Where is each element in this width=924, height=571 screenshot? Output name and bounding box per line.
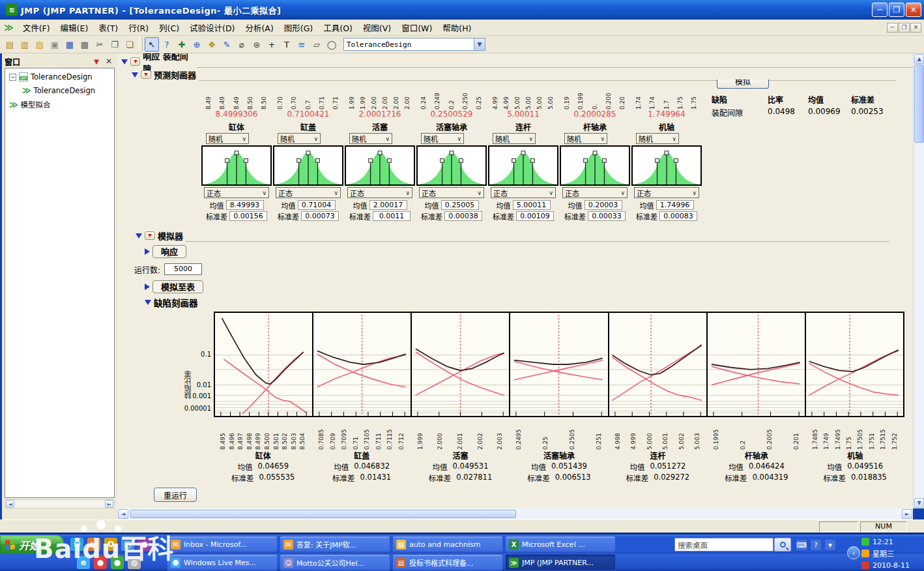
distribution-dropdown[interactable]: 正态∨	[276, 187, 341, 198]
distribution-dropdown[interactable]: 正态∨	[347, 187, 412, 198]
scroll-up-icon[interactable]: ▲	[914, 54, 924, 64]
sd-input[interactable]: 0.00109	[516, 211, 554, 221]
menu-item[interactable]: 文件(F)	[18, 22, 55, 35]
taskbar-task[interactable]: XMicrosoft Excel ...	[505, 536, 616, 553]
sd-input[interactable]: 0.00038	[444, 211, 482, 221]
restore-button[interactable]: ❐	[889, 3, 904, 17]
ring-app-icon[interactable]: ◍	[128, 556, 141, 569]
start-button[interactable]: 开始	[0, 535, 64, 554]
menu-item[interactable]: 工具(O)	[318, 22, 358, 35]
chevron-down-icon[interactable]: ▼	[474, 38, 485, 50]
crosshair-tool-icon[interactable]: ⊕	[190, 37, 204, 51]
menu-item[interactable]: 图形(G)	[279, 22, 318, 35]
sd-input[interactable]: 0.0011	[373, 211, 411, 221]
defect-profiler-plot[interactable]	[214, 312, 904, 417]
sphere-icon[interactable]: ●	[111, 556, 124, 569]
print-icon[interactable]: ▩	[78, 37, 92, 51]
copy-icon[interactable]: ❐	[108, 37, 122, 51]
search-input[interactable]: 搜索桌面	[674, 538, 773, 551]
distribution-dropdown[interactable]: 正态∨	[419, 187, 484, 198]
menu-item[interactable]: 行(R)	[123, 22, 154, 35]
expand-triangle-icon[interactable]	[145, 284, 150, 290]
annotate-plus-icon[interactable]: +	[265, 37, 279, 51]
simulate-button[interactable]: 模拟	[717, 80, 769, 89]
help-tray-icon[interactable]: ?	[811, 540, 821, 550]
distribution-dropdown[interactable]: 正态∨	[562, 187, 628, 198]
help-tool-icon[interactable]: ?	[160, 37, 174, 51]
scroll-right-icon[interactable]: ►	[105, 500, 113, 508]
annotate-oval-icon[interactable]: ◯	[325, 37, 339, 51]
menu-item[interactable]: 视图(V)	[358, 22, 396, 35]
collapse-triangle-icon[interactable]	[132, 72, 138, 78]
arrow-cursor-icon[interactable]: ↖	[145, 37, 159, 51]
mean-input[interactable]: 1.74996	[656, 200, 694, 210]
search-button[interactable]	[774, 538, 791, 551]
distribution-plot[interactable]	[416, 145, 487, 186]
run-script-icon[interactable]: ▣	[48, 37, 62, 51]
sidebar-item-ToleranceDesign[interactable]: −ToleranceDesign	[7, 72, 113, 81]
scroll-down-icon[interactable]: ▼	[914, 498, 924, 508]
panel-close-icon[interactable]: ✕	[106, 57, 112, 66]
random-dropdown[interactable]: 随机∨	[493, 133, 536, 144]
random-dropdown[interactable]: 随机∨	[349, 133, 392, 144]
new-document-icon[interactable]: ▤	[3, 37, 17, 51]
rerun-button[interactable]: 重运行	[154, 488, 197, 502]
distribution-dropdown[interactable]: 正态∨	[634, 187, 699, 198]
taskbar-task[interactable]: ☻Windows Live Mes...	[167, 554, 278, 571]
sd-input[interactable]: 0.00033	[588, 211, 626, 221]
grabber-tool-icon[interactable]: ❖	[205, 37, 219, 51]
keyboard-icon[interactable]: ⌨	[796, 540, 807, 550]
menu-item[interactable]: 窗口(W)	[396, 22, 437, 35]
sd-input[interactable]: 0.00156	[229, 211, 267, 221]
mean-input[interactable]: 0.25005	[441, 200, 479, 210]
taskbar-task[interactable]: ▤投标书格式科理备...	[392, 554, 503, 571]
show-desktop-icon[interactable]: ▢	[121, 538, 134, 551]
runs-input[interactable]: 5000	[164, 263, 202, 275]
brush-tool-icon[interactable]: ✎	[220, 37, 234, 51]
collapse-triangle-icon[interactable]	[145, 300, 151, 305]
taskbar-task[interactable]: ▨auto and machnism	[392, 536, 503, 553]
sidebar-item-模型拟合[interactable]: ≫模型拟合	[7, 99, 113, 110]
outlook-icon[interactable]: O	[104, 538, 117, 551]
panel-menu-icon[interactable]: ▼	[94, 58, 99, 65]
ie-icon[interactable]: e	[77, 556, 90, 569]
title-bar[interactable]: ≋ JMP (JMP PARTNER) - [ToleranceDesign- …	[0, 0, 924, 20]
random-dropdown[interactable]: 随机∨	[278, 133, 321, 144]
collapse-triangle-icon[interactable]	[121, 59, 128, 65]
menu-item[interactable]: 表(T)	[93, 22, 123, 35]
mean-input[interactable]: 0.71004	[298, 200, 336, 210]
distribution-dropdown[interactable]: 正态∨	[204, 187, 269, 198]
mean-input[interactable]: 8.49993	[226, 200, 264, 210]
minimize-button[interactable]: ─	[872, 3, 888, 17]
qq-icon[interactable]: ●	[94, 556, 107, 569]
menu-item[interactable]: 列(C)	[154, 22, 184, 35]
sd-input[interactable]: 0.00073	[301, 211, 339, 221]
taskbar-task[interactable]: ✉答复: 关于JMP软...	[280, 536, 390, 553]
annotate-lines-icon[interactable]: ≡	[295, 37, 309, 51]
annotate-polygon-icon[interactable]: ▱	[310, 37, 324, 51]
random-dropdown[interactable]: 随机∨	[421, 133, 464, 144]
random-dropdown[interactable]: 随机∨	[564, 133, 607, 144]
scrollbar-thumb[interactable]	[130, 510, 516, 518]
chevron-icon[interactable]: ‹	[847, 546, 860, 559]
red-triangle-menu-icon[interactable]	[141, 70, 151, 79]
mdi-restore-button[interactable]: ❐	[899, 23, 910, 33]
distribution-plot[interactable]	[273, 145, 343, 186]
sd-input[interactable]: 0.00083	[659, 211, 697, 221]
new-journal-icon[interactable]: ▥	[18, 37, 32, 51]
paste-icon[interactable]: ❏	[123, 37, 137, 51]
open-file-icon[interactable]: ▨	[33, 37, 47, 51]
taskbar-task[interactable]: ☺Motto公关公司Hel...	[280, 554, 390, 571]
random-dropdown[interactable]: 随机∨	[636, 133, 679, 144]
distribution-plot[interactable]	[345, 145, 415, 186]
zoom-tool-icon[interactable]: ⊛	[250, 37, 264, 51]
hide-icons-arrow-icon[interactable]: ▾	[825, 540, 835, 550]
messenger-icon[interactable]: ✉	[70, 538, 83, 551]
close-button[interactable]: ✕	[906, 3, 921, 17]
annotate-text-icon[interactable]: T	[280, 37, 294, 51]
taskbar-task[interactable]: ✉Inbox - Microsof...	[167, 536, 278, 553]
lasso-tool-icon[interactable]: ⌀	[235, 37, 249, 51]
move-tool-icon[interactable]: ✚	[175, 37, 189, 51]
distribution-dropdown[interactable]: 正态∨	[491, 187, 556, 198]
scroll-right-icon[interactable]: ►	[902, 509, 912, 519]
